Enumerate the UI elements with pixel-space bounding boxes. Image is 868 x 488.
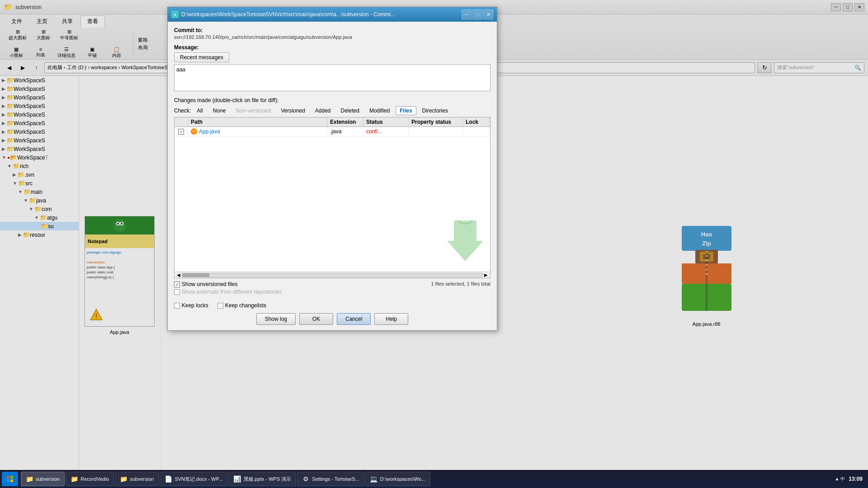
col-check <box>175 117 188 127</box>
keep-locks-checkbox[interactable] <box>174 303 180 309</box>
row-path: M App.java <box>188 127 327 136</box>
taskbar-folder-icon-3: 📁 <box>120 475 127 483</box>
table-header: Path Extension Status Property status Lo… <box>175 117 490 127</box>
dialog-close-btn[interactable]: ✕ <box>483 9 493 19</box>
check-tab-nonversioned[interactable]: Non-versioned <box>231 106 275 115</box>
keep-locks-option[interactable]: Keep locks <box>174 302 208 309</box>
taskbar-label-ppt: 黑板.pptx - WPS 演示 <box>244 476 292 483</box>
taskbar-label-subversion-1: subversion <box>36 476 60 482</box>
taskbar-item-workspace[interactable]: 💻 D:\workspaces\Wo... <box>365 472 431 486</box>
check-tabs: Check: All None Non-versioned Versioned … <box>174 106 491 115</box>
dialog-titlebar-buttons: ─ □ ✕ <box>462 9 493 19</box>
col-lock[interactable]: Lock <box>463 117 490 127</box>
scroll-right-btn[interactable]: ▶ <box>483 272 489 278</box>
show-externals-label: Show externals from different repositori… <box>182 289 282 295</box>
check-tab-all[interactable]: All <box>193 106 207 115</box>
svg-rect-27 <box>10 479 13 482</box>
svg-rect-26 <box>7 479 9 482</box>
keep-locks-label: Keep locks <box>182 302 208 309</box>
cancel-btn[interactable]: Cancel <box>337 313 371 325</box>
dialog-overlay: S D:\workspaces\WorkSpaceTortoiseSVN\ric… <box>0 0 868 488</box>
col-propstatus[interactable]: Property status <box>409 117 463 127</box>
table-scrollbar[interactable]: ◀ ▶ <box>175 272 490 278</box>
taskbar-svn-notes-icon: 📄 <box>165 475 172 483</box>
svg-rect-25 <box>10 476 13 479</box>
unversioned-checkbox[interactable] <box>174 282 180 287</box>
scroll-left-btn[interactable]: ◀ <box>175 272 182 278</box>
message-section: Message: Recent messages aaa <box>174 44 491 93</box>
taskbar-settings-icon: ⚙ <box>302 475 309 483</box>
taskbar-label-settings: Settings - TortoiseS... <box>312 476 359 482</box>
show-externals-check[interactable]: Show externals from different repositori… <box>174 289 282 295</box>
clock: 13:09 <box>849 476 863 482</box>
dialog-options: Keep locks Keep changelists <box>174 302 491 309</box>
help-btn[interactable]: Help <box>374 313 408 325</box>
show-unversioned-check[interactable]: Show unversioned files <box>174 281 282 287</box>
keep-changelists-checkbox[interactable] <box>217 303 223 309</box>
changes-label: Changes made (double-click on file for d… <box>174 97 491 103</box>
dialog-restore-btn[interactable]: □ <box>472 9 482 19</box>
commit-to-section: Commit to: svn://192.168.70.140/pro_oa/r… <box>174 27 491 40</box>
taskbar-workspace-icon: 💻 <box>370 475 377 483</box>
col-status[interactable]: Status <box>363 117 409 127</box>
svn-modified-icon: M <box>191 128 197 135</box>
svn-logo-icon: S <box>172 11 178 18</box>
system-tray-icons: ▲ 中 <box>835 476 845 482</box>
dialog-minimize-btn[interactable]: ─ <box>462 9 472 19</box>
message-textarea[interactable]: aaa <box>174 64 491 91</box>
tortoise-arrow-icon <box>445 216 486 266</box>
table-footer: Show unversioned files Show externals fr… <box>174 281 491 299</box>
table-body: M App.java .java confi... <box>175 127 490 272</box>
row-extension: .java <box>327 127 363 136</box>
taskbar-item-subversion-2[interactable]: 📁 subversion <box>115 472 159 486</box>
svg-rect-24 <box>7 476 9 479</box>
file-path-label: App.java <box>199 128 220 135</box>
ok-btn[interactable]: OK <box>299 313 333 325</box>
check-tab-none[interactable]: None <box>209 106 230 115</box>
check-tab-deleted[interactable]: Deleted <box>337 106 363 115</box>
scrollbar-track[interactable] <box>182 273 483 277</box>
windows-logo-icon <box>6 475 14 483</box>
taskbar-item-recordvedio[interactable]: 📁 RecordVedio <box>66 472 114 486</box>
start-button[interactable] <box>2 472 18 486</box>
keep-changelists-option[interactable]: Keep changelists <box>217 302 266 309</box>
recent-messages-btn[interactable]: Recent messages <box>174 52 229 62</box>
col-path[interactable]: Path <box>188 117 327 127</box>
taskbar-label-svn-notes: SVN笔记.docx - WP... <box>175 476 222 483</box>
svg-text:S: S <box>174 13 176 17</box>
externals-checkbox[interactable] <box>174 289 180 295</box>
taskbar-label-subversion-2: subversion <box>130 476 154 482</box>
row-checkbox[interactable] <box>175 127 188 136</box>
dialog-title: D:\workspaces\WorkSpaceTortoiseSVN\rich\… <box>181 11 459 18</box>
check-tab-added[interactable]: Added <box>311 106 335 115</box>
show-unversioned-label: Show unversioned files <box>182 281 237 287</box>
check-tab-files[interactable]: Files <box>396 106 416 115</box>
taskbar-item-svn-notes[interactable]: 📄 SVN笔记.docx - WP... <box>160 472 227 486</box>
taskbar-item-subversion-1[interactable]: 📁 subversion <box>21 472 65 486</box>
tortoise-icon: S <box>171 11 179 18</box>
check-tab-modified[interactable]: Modified <box>365 106 394 115</box>
dialog-buttons: Show log OK Cancel Help <box>174 313 491 325</box>
changes-section: Changes made (double-click on file for d… <box>174 97 491 299</box>
keep-changelists-label: Keep changelists <box>225 302 266 309</box>
col-extension[interactable]: Extension <box>327 117 363 127</box>
check-tab-versioned[interactable]: Versioned <box>277 106 309 115</box>
dialog-titlebar: S D:\workspaces\WorkSpaceTortoiseSVN\ric… <box>168 7 497 22</box>
taskbar: 📁 subversion 📁 RecordVedio 📁 subversion … <box>0 470 868 488</box>
taskbar-label-workspace: D:\workspaces\Wo... <box>380 476 426 482</box>
files-table: Path Extension Status Property status Lo… <box>174 117 491 278</box>
dialog-body: Commit to: svn://192.168.70.140/pro_oa/r… <box>168 22 497 330</box>
show-log-btn[interactable]: Show log <box>256 313 296 325</box>
checkbox-checked[interactable] <box>178 129 184 135</box>
taskbar-item-settings[interactable]: ⚙ Settings - TortoiseS... <box>297 472 364 486</box>
commit-to-label: Commit to: <box>174 27 491 33</box>
check-tab-directories[interactable]: Directories <box>418 106 452 115</box>
files-selected-text: 1 files selected, 1 files total <box>431 281 491 286</box>
table-row[interactable]: M App.java .java confi... <box>175 127 490 136</box>
scrollbar-thumb[interactable] <box>182 273 209 277</box>
taskbar-item-ppt[interactable]: 📊 黑板.pptx - WPS 演示 <box>229 472 297 486</box>
taskbar-folder-icon-1: 📁 <box>26 475 33 483</box>
row-propstatus <box>409 127 463 136</box>
row-lock <box>463 127 490 136</box>
check-label: Check: <box>174 108 191 114</box>
